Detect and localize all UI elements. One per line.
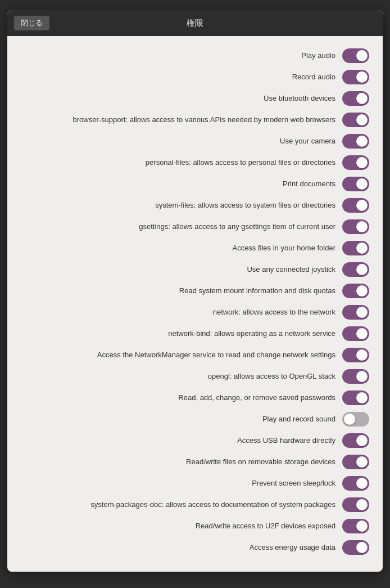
- toggle-bluetooth[interactable]: [342, 91, 369, 106]
- permission-row-network-bind: network-bind: allows operating as a netw…: [21, 323, 369, 344]
- permission-label-home-folder: Access files in your home folder: [21, 243, 335, 253]
- permission-row-network-manager: Access the NetworkManager service to rea…: [21, 344, 369, 366]
- permission-label-removable-storage: Read/write files on removable storage de…: [21, 457, 335, 467]
- permission-row-personal-files: personal-files: allows access to persona…: [21, 152, 369, 173]
- permission-row-bluetooth: Use bluetooth devices: [21, 88, 369, 109]
- toggle-home-folder[interactable]: [342, 241, 369, 255]
- toggle-personal-files[interactable]: [342, 155, 369, 170]
- permission-label-personal-files: personal-files: allows access to persona…: [21, 158, 335, 168]
- permission-label-u2f: Read/write access to U2F devices exposed: [21, 521, 335, 531]
- permission-row-opengl: opengl: allows access to OpenGL stack: [21, 366, 369, 387]
- permission-row-gsettings: gsettings: allows access to any gsetting…: [21, 216, 369, 237]
- permission-label-play-record-sound: Play and record sound: [21, 414, 335, 424]
- permission-row-network: network: allows access to the network: [21, 302, 369, 323]
- permission-label-passwords: Read, add, change, or remove saved passw…: [21, 393, 335, 403]
- permission-row-print: Print documents: [21, 173, 369, 195]
- permission-row-play-audio: Play audio: [21, 45, 369, 66]
- toggle-energy-usage[interactable]: [342, 540, 369, 555]
- permission-label-play-audio: Play audio: [21, 51, 335, 61]
- permission-label-usb-hardware: Access USB hardware directly: [21, 436, 335, 446]
- toggle-network-manager[interactable]: [342, 348, 369, 362]
- permission-label-network-manager: Access the NetworkManager service to rea…: [21, 350, 335, 360]
- permission-row-home-folder: Access files in your home folder: [21, 237, 369, 259]
- permission-label-mount-info: Read system mount information and disk q…: [21, 286, 335, 296]
- toggle-gsettings[interactable]: [342, 219, 369, 234]
- permission-row-camera: Use your camera: [21, 131, 369, 152]
- close-button[interactable]: 閉じる: [14, 16, 49, 30]
- permissions-window: 閉じる 権限 Play audioRecord audioUse bluetoo…: [7, 10, 383, 572]
- permission-label-camera: Use your camera: [21, 136, 335, 146]
- permission-row-passwords: Read, add, change, or remove saved passw…: [21, 387, 369, 409]
- toggle-joystick[interactable]: [342, 262, 369, 277]
- toggle-network-bind[interactable]: [342, 326, 369, 341]
- permission-row-browser-support: browser-support: allows access to variou…: [21, 109, 369, 131]
- toggle-screen-sleep[interactable]: [342, 476, 369, 491]
- permission-label-system-packages-doc: system-packages-doc: allows access to do…: [21, 500, 335, 510]
- permissions-list: Play audioRecord audioUse bluetooth devi…: [7, 36, 383, 572]
- permission-row-screen-sleep: Prevent screen sleep/lock: [21, 473, 369, 494]
- permission-label-joystick: Use any connected joystick: [21, 264, 335, 275]
- toggle-u2f[interactable]: [342, 519, 369, 533]
- permission-label-browser-support: browser-support: allows access to variou…: [21, 115, 335, 125]
- permission-label-record-audio: Record audio: [21, 72, 335, 82]
- window-title: 権限: [187, 18, 203, 29]
- toggle-camera[interactable]: [342, 134, 369, 149]
- toggle-play-record-sound[interactable]: [342, 412, 369, 427]
- permission-label-energy-usage: Access energy usage data: [21, 542, 335, 553]
- toggle-record-audio[interactable]: [342, 70, 369, 84]
- toggle-mount-info[interactable]: [342, 284, 369, 298]
- toggle-removable-storage[interactable]: [342, 455, 369, 469]
- permission-row-play-record-sound: Play and record sound: [21, 409, 369, 430]
- permission-row-usb-hardware: Access USB hardware directly: [21, 430, 369, 451]
- permission-row-u2f: Read/write access to U2F devices exposed: [21, 515, 369, 537]
- permission-label-gsettings: gsettings: allows access to any gsetting…: [21, 222, 335, 232]
- toggle-network[interactable]: [342, 305, 369, 320]
- permission-row-energy-usage: Access energy usage data: [21, 537, 369, 558]
- permission-row-system-packages-doc: system-packages-doc: allows access to do…: [21, 494, 369, 515]
- toggle-opengl[interactable]: [342, 369, 369, 384]
- toggle-print[interactable]: [342, 177, 369, 191]
- toggle-browser-support[interactable]: [342, 113, 369, 127]
- toggle-usb-hardware[interactable]: [342, 433, 369, 448]
- titlebar: 閉じる 権限: [7, 10, 383, 36]
- permission-label-bluetooth: Use bluetooth devices: [21, 93, 335, 104]
- permission-label-print: Print documents: [21, 179, 335, 189]
- permission-row-removable-storage: Read/write files on removable storage de…: [21, 451, 369, 473]
- permission-row-record-audio: Record audio: [21, 66, 369, 88]
- permission-row-joystick: Use any connected joystick: [21, 259, 369, 280]
- toggle-play-audio[interactable]: [342, 48, 369, 63]
- permission-row-mount-info: Read system mount information and disk q…: [21, 280, 369, 302]
- toggle-system-files[interactable]: [342, 198, 369, 213]
- permission-label-opengl: opengl: allows access to OpenGL stack: [21, 371, 335, 381]
- toggle-system-packages-doc[interactable]: [342, 497, 369, 512]
- permission-label-system-files: system-files: allows access to system fi…: [21, 200, 335, 210]
- permission-row-system-files: system-files: allows access to system fi…: [21, 195, 369, 216]
- permission-label-network-bind: network-bind: allows operating as a netw…: [21, 329, 335, 339]
- permission-label-network: network: allows access to the network: [21, 307, 335, 317]
- toggle-passwords[interactable]: [342, 390, 369, 405]
- permission-label-screen-sleep: Prevent screen sleep/lock: [21, 478, 335, 488]
